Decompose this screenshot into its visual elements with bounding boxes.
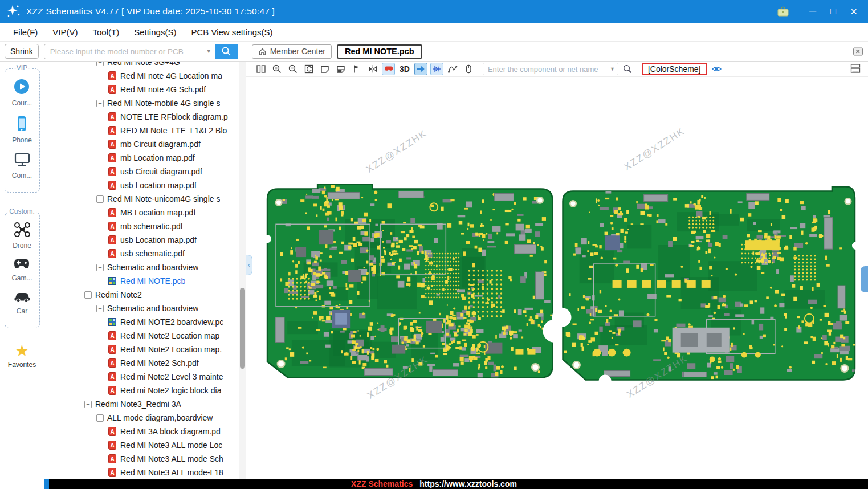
tree-item[interactable]: Amb Location map.pdf [44, 151, 246, 165]
panel-close-icon[interactable] [853, 47, 863, 56]
maximize-button[interactable]: □ [825, 3, 842, 19]
board-top-icon[interactable] [318, 63, 331, 75]
tree-item[interactable]: Amb schematic.pdf [44, 219, 246, 233]
pdf-icon: A [108, 153, 117, 162]
tree-scrollbar-thumb[interactable] [240, 288, 245, 369]
thermal-imaging-icon[interactable] [382, 63, 395, 75]
chevron-down-icon[interactable]: ▼ [206, 48, 211, 54]
svg-text:A: A [110, 223, 114, 230]
sidebar-item-phone[interactable]: Phone [12, 115, 32, 144]
tree-item[interactable]: ARed MI note 4G Sch.pdf [44, 83, 246, 96]
search-icon[interactable] [621, 63, 634, 75]
collapse-expander-icon[interactable]: − [84, 291, 92, 299]
layers-panel-icon[interactable] [850, 63, 861, 76]
tree-item[interactable]: Ausb Location map.pdf [44, 178, 246, 192]
svg-text:A: A [110, 182, 114, 189]
close-button[interactable]: × [845, 3, 862, 19]
zoom-out-icon[interactable] [286, 63, 299, 75]
tree-item[interactable]: Ausb schematic.pdf [44, 247, 246, 260]
tree-scrollbar-track[interactable] [239, 62, 246, 479]
tree-item[interactable]: Red MI NOTE2 boardview.pc [44, 315, 246, 329]
pcb-canvas[interactable]: XZZ@XZZHK XZZ@XZZHK XZZ@XZZHK XZZ@XZZHK … [246, 76, 868, 479]
tree-item[interactable]: −ALL mode diagram,boardview [44, 411, 246, 425]
collapse-expander-icon[interactable]: − [96, 305, 104, 312]
tree-item[interactable]: −Redmi Note3_Redmi 3A [44, 397, 246, 411]
menu-settings[interactable]: Settings(S) [127, 27, 184, 37]
svg-text:A: A [110, 456, 114, 462]
model-search-input[interactable] [50, 47, 206, 56]
search-button[interactable] [215, 44, 238, 59]
jump-arrow-icon[interactable] [414, 63, 427, 75]
collapse-expander-icon[interactable]: − [96, 62, 104, 66]
phone-icon [14, 115, 29, 135]
tree-item[interactable]: ARed MI Note2 Sch.pdf [44, 356, 246, 370]
sidebar-item-drone[interactable]: Drone [13, 222, 31, 250]
tree-item[interactable]: Red MI NOTE.pcb [44, 274, 246, 288]
tree-item[interactable]: Ausb Location map.pdf [44, 233, 246, 247]
collapse-expander-icon[interactable]: − [84, 401, 92, 408]
minimize-button[interactable]: ─ [804, 3, 821, 19]
diode-test-icon[interactable] [430, 63, 443, 75]
menu-pcb-view-settings[interactable]: PCB View settings(S) [184, 27, 280, 37]
collapse-expander-icon[interactable]: − [96, 100, 104, 107]
eye-icon[interactable] [710, 63, 723, 75]
pdf-icon: A [108, 386, 117, 395]
svg-text:A: A [110, 237, 114, 243]
menu-tool[interactable]: Tool(T) [85, 27, 127, 37]
pcb-drawing[interactable]: XZZ@XZZHK XZZ@XZZHK XZZ@XZZHK XZZ@XZZHK [246, 77, 868, 479]
split-view-icon[interactable] [254, 63, 267, 75]
sidebar-item-computer[interactable]: Com... [12, 152, 32, 180]
tree-item[interactable]: −Redmi Note2 [44, 288, 246, 301]
file-tree-panel: −Red MI Note 3G+4GARed MI note 4G Locati… [44, 62, 246, 479]
tree-item[interactable]: ANOTE LTE RFblock diagram.p [44, 110, 246, 124]
board-bottom-icon[interactable] [334, 63, 347, 75]
fit-refresh-icon[interactable] [302, 63, 315, 75]
pan-mouse-icon[interactable] [462, 63, 475, 75]
tab-member-center[interactable]: Member Center [252, 44, 332, 59]
svg-text:A: A [110, 155, 114, 161]
tree-item[interactable]: −Red MI Note-unicom4G single s [44, 192, 246, 206]
sidebar-item-game[interactable]: Gam... [11, 258, 32, 282]
tree-item[interactable]: −Red MI Note 3G+4G [44, 62, 246, 69]
curve-icon[interactable] [446, 63, 459, 75]
sidebar-item-label: Gam... [11, 274, 32, 282]
tree-item[interactable]: ARed MI note 4G Location ma [44, 69, 246, 83]
tree-item[interactable]: ARed MI Note3 ALL mode-L18 [44, 466, 246, 479]
mirror-icon[interactable] [366, 63, 379, 75]
tree-item[interactable]: ARed MI 3A block diagram.pd [44, 425, 246, 438]
vip-briefcase-icon[interactable] [775, 3, 792, 19]
collapse-expander-icon[interactable]: − [96, 195, 104, 203]
net-flag-icon[interactable] [350, 63, 363, 75]
sidebar-item-course[interactable]: Cour... [12, 78, 32, 107]
tab-pcb-file[interactable]: Red MI NOTE.pcb [337, 44, 422, 59]
tree-item[interactable]: ARed MI Note2 Location map [44, 329, 246, 343]
collapse-expander-icon[interactable]: − [96, 264, 104, 271]
shrink-button[interactable]: Shrink [5, 44, 39, 59]
collapse-right-handle[interactable] [861, 266, 868, 292]
tree-item[interactable]: ARed mi Note2 Level 3 mainte [44, 370, 246, 384]
tree-item[interactable]: ARed mi Note2 logic block dia [44, 384, 246, 397]
tree-item[interactable]: ARed MI Note3 ALL mode Sch [44, 452, 246, 466]
tree-item[interactable]: −Red MI Note-mobile 4G single s [44, 96, 246, 110]
menu-file[interactable]: File(F) [6, 27, 45, 37]
tree-item[interactable]: Amb Circuit diagram.pdf [44, 137, 246, 151]
tree-item[interactable]: AMB Location map.pdf [44, 206, 246, 219]
tree-item[interactable]: −Schematic and boardview [44, 260, 246, 274]
sidebar-item-favorites[interactable]: ★ Favorites [8, 343, 36, 369]
3d-button[interactable]: 3D [398, 63, 411, 75]
tree-item[interactable]: −Schematic and boardview [44, 301, 246, 315]
tree-item[interactable]: ARed MI Note2 Location map. [44, 343, 246, 356]
collapse-left-handle[interactable]: ‹ [246, 255, 252, 275]
sidebar-item-car[interactable]: Car [13, 290, 31, 315]
menu-vip[interactable]: VIP(V) [45, 27, 85, 37]
chevron-down-icon[interactable]: ▼ [610, 66, 615, 72]
zoom-in-icon[interactable] [270, 63, 283, 75]
tree-item[interactable]: ARed MI Note3 ALL mode Loc [44, 438, 246, 452]
color-scheme-button[interactable]: [ColorScheme] [642, 63, 707, 75]
collapse-expander-icon[interactable]: − [96, 414, 104, 422]
svg-text:A: A [110, 73, 114, 79]
tree-item[interactable]: Ausb Circuit diagram.pdf [44, 165, 246, 178]
svg-text:A: A [110, 141, 114, 148]
net-search-input[interactable] [488, 65, 610, 74]
tree-item[interactable]: ARED MI Note_LTE_L1&L2 Blo [44, 124, 246, 137]
